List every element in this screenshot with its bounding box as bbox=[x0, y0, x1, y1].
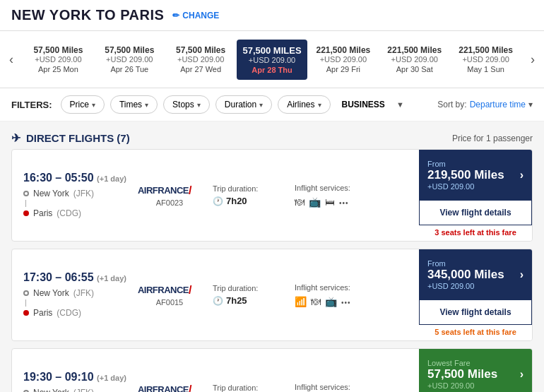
airline-section: AIRFRANCE / AF0015 bbox=[138, 284, 201, 307]
change-button[interactable]: ✏ CHANGE bbox=[172, 11, 219, 20]
price-usd: +USD 209.00 bbox=[427, 381, 474, 390]
airline-logo: AIRFRANCE / bbox=[138, 284, 201, 297]
flight-main: 16:30 – 05:50 (+1 day) New York (JFK) Pa… bbox=[12, 150, 419, 241]
airline-logo: AIRFRANCE / bbox=[138, 184, 201, 197]
flight-price-section: From 345,000 Miles › +USD 209.00 View fl… bbox=[419, 249, 532, 340]
service-icon-2: 📺 bbox=[325, 296, 337, 307]
sort-by: Sort by: Departure time ▾ bbox=[437, 100, 533, 109]
filters-label: FILTERS: bbox=[11, 100, 52, 110]
date-item-apr28[interactable]: 57,500 MILES +USD 209.00 Apr 28 Thu bbox=[237, 40, 308, 80]
price-button[interactable]: From 345,000 Miles › +USD 209.00 bbox=[419, 249, 532, 300]
filters-bar: FILTERS: Price▾Times▾Stops▾Duration▾Airl… bbox=[0, 88, 544, 121]
service-icon-3: ••• bbox=[339, 196, 349, 208]
date-item-apr26[interactable]: 57,500 Miles +USD 209.00 Apr 26 Tue bbox=[94, 40, 165, 80]
service-icon-0: 📶 bbox=[295, 296, 307, 307]
price-button[interactable]: From 219,500 Miles › +USD 209.00 bbox=[419, 150, 532, 201]
flight-main: 19:30 – 09:10 (+1 day) New York (JFK) Pa… bbox=[12, 349, 419, 392]
trip-duration-section: Trip duration: 🕐 7h40 bbox=[213, 384, 283, 392]
price-miles: 57,500 Miles › bbox=[427, 367, 524, 381]
filter-btn-airlines[interactable]: Airlines▾ bbox=[278, 95, 330, 114]
flight-main: 17:30 – 06:55 (+1 day) New York (JFK) Pa… bbox=[12, 249, 419, 340]
duration-value: 7h25 bbox=[226, 295, 247, 306]
service-icon-1: 🍽 bbox=[311, 296, 321, 307]
seats-left: 5 seats left at this fare bbox=[419, 325, 532, 340]
airline-logo: AIRFRANCE / bbox=[138, 384, 201, 393]
flight-time: 19:30 – 09:10 (+1 day) New York (JFK) Pa… bbox=[23, 371, 126, 393]
flight-time: 16:30 – 05:50 (+1 day) New York (JFK) Pa… bbox=[23, 172, 126, 220]
flight-time: 17:30 – 06:55 (+1 day) New York (JFK) Pa… bbox=[23, 271, 126, 319]
filter-buttons: Price▾Times▾Stops▾Duration▾Airlines▾ bbox=[61, 95, 331, 114]
clock-icon: 🕐 bbox=[213, 196, 223, 206]
airline-section: AIRFRANCE / AF0007 bbox=[138, 384, 201, 393]
prev-date-arrow[interactable]: ‹ bbox=[0, 38, 23, 81]
seats-left: 3 seats left at this fare bbox=[419, 225, 532, 241]
filter-btn-duration[interactable]: Duration▾ bbox=[215, 95, 272, 114]
flight-route: New York (JFK) Paris (CDG) bbox=[23, 189, 126, 218]
origin-dot bbox=[23, 191, 29, 196]
flight-route: New York (JFK) Paris (CDG) bbox=[23, 288, 126, 318]
flight-card-flight1: 16:30 – 05:50 (+1 day) New York (JFK) Pa… bbox=[11, 149, 533, 242]
date-item-apr29[interactable]: 221,500 Miles +USD 209.00 Apr 29 Fri bbox=[307, 40, 379, 80]
date-selector: ‹ 57,500 Miles +USD 209.00 Apr 25 Mon 57… bbox=[0, 31, 544, 88]
flight-price-section: Lowest Fare 57,500 Miles › +USD 209.00 V… bbox=[419, 349, 532, 392]
dates-container: 57,500 Miles +USD 209.00 Apr 25 Mon 57,5… bbox=[23, 40, 521, 80]
inflight-section: Inflight services: 🍽📺🛏••• bbox=[295, 383, 379, 393]
service-icon-2: 🛏 bbox=[325, 196, 335, 208]
price-usd: +USD 209.00 bbox=[427, 282, 474, 290]
price-usd: +USD 209.00 bbox=[427, 182, 474, 191]
view-details-button[interactable]: View flight details bbox=[419, 300, 532, 325]
clock-icon: 🕐 bbox=[213, 296, 223, 306]
price-chevron: › bbox=[520, 169, 524, 182]
duration-value: 7h20 bbox=[226, 196, 247, 206]
trip-duration-section: Trip duration: 🕐 7h20 bbox=[213, 184, 283, 206]
flight-code: AF0023 bbox=[138, 198, 201, 207]
service-icons: 🍽📺🛏••• bbox=[295, 196, 379, 208]
price-note: Price for 1 passenger bbox=[452, 133, 533, 143]
service-icon-0: 🍽 bbox=[295, 196, 304, 208]
date-item-apr25[interactable]: 57,500 Miles +USD 209.00 Apr 25 Mon bbox=[23, 40, 94, 80]
dest-dot bbox=[23, 210, 29, 216]
filter-btn-stops[interactable]: Stops▾ bbox=[163, 95, 210, 114]
airline-section: AIRFRANCE / AF0023 bbox=[138, 184, 201, 207]
inflight-section: Inflight services: 🍽📺🛏••• bbox=[295, 184, 379, 208]
flight-code: AF0015 bbox=[138, 298, 201, 307]
flight-route: New York (JFK) Paris (CDG) bbox=[23, 388, 126, 393]
date-item-apr27[interactable]: 57,500 Miles +USD 209.00 Apr 27 Wed bbox=[165, 40, 237, 80]
direct-flights-label: DIRECT FLIGHTS (7) bbox=[26, 132, 130, 144]
flights-section-header: ✈ DIRECT FLIGHTS (7) Price for 1 passeng… bbox=[0, 121, 544, 149]
date-item-may1[interactable]: 221,500 Miles +USD 209.00 May 1 Sun bbox=[450, 40, 521, 80]
page-header: NEW YORK TO PARIS ✏ CHANGE bbox=[0, 0, 544, 31]
price-miles: 219,500 Miles › bbox=[427, 168, 524, 182]
price-miles: 345,000 Miles › bbox=[427, 268, 524, 282]
service-icon-1: 📺 bbox=[309, 196, 321, 208]
sort-value[interactable]: Departure time bbox=[470, 100, 526, 109]
flight-card-flight2: 17:30 – 06:55 (+1 day) New York (JFK) Pa… bbox=[11, 249, 533, 341]
cabin-filter[interactable]: BUSINESS bbox=[336, 96, 391, 113]
trip-duration-section: Trip duration: 🕐 7h25 bbox=[213, 284, 283, 306]
flights-list: 16:30 – 05:50 (+1 day) New York (JFK) Pa… bbox=[0, 149, 544, 392]
price-chevron: › bbox=[520, 368, 524, 381]
flight-price-section: From 219,500 Miles › +USD 209.00 View fl… bbox=[419, 150, 532, 241]
filter-btn-times[interactable]: Times▾ bbox=[110, 95, 158, 114]
service-icons: 📶🍽📺••• bbox=[295, 296, 379, 307]
plane-icon: ✈ bbox=[11, 131, 20, 145]
pencil-icon: ✏ bbox=[172, 11, 179, 20]
dest-dot bbox=[23, 310, 29, 316]
origin-dot bbox=[23, 390, 29, 393]
flight-card-flight3: 19:30 – 09:10 (+1 day) New York (JFK) Pa… bbox=[11, 348, 533, 392]
page-title: NEW YORK TO PARIS bbox=[11, 7, 164, 23]
next-date-arrow[interactable]: › bbox=[521, 38, 544, 81]
price-chevron: › bbox=[520, 268, 524, 281]
filter-btn-price[interactable]: Price▾ bbox=[61, 95, 105, 114]
origin-dot bbox=[23, 290, 29, 296]
service-icon-3: ••• bbox=[341, 296, 351, 307]
price-button[interactable]: Lowest Fare 57,500 Miles › +USD 209.00 bbox=[419, 349, 532, 392]
view-details-button[interactable]: View flight details bbox=[419, 201, 532, 225]
inflight-section: Inflight services: 📶🍽📺••• bbox=[295, 283, 379, 307]
date-item-apr30[interactable]: 221,500 Miles +USD 209.00 Apr 30 Sat bbox=[379, 40, 450, 80]
